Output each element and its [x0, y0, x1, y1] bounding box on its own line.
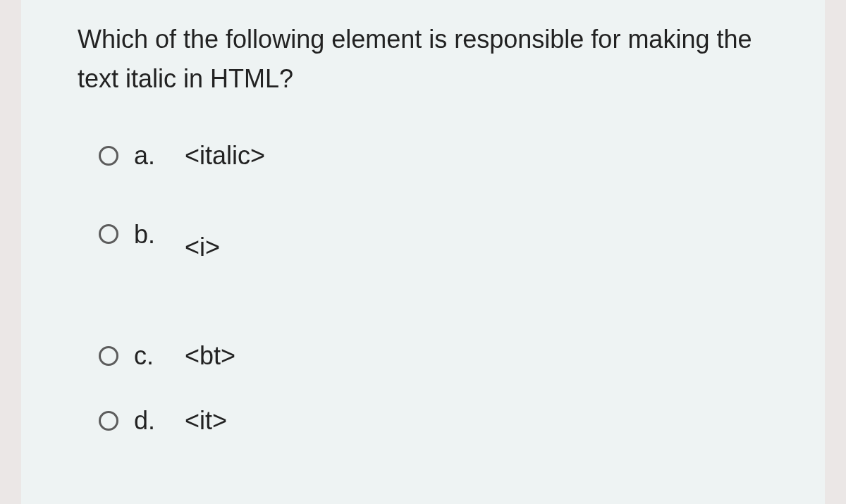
radio-icon	[99, 346, 118, 366]
question-text: Which of the following element is respon…	[78, 20, 768, 99]
option-d[interactable]: d. <it>	[99, 406, 768, 436]
radio-icon	[99, 411, 118, 431]
option-letter: c.	[134, 341, 169, 371]
option-text: <italic>	[185, 141, 265, 171]
radio-icon	[99, 146, 118, 166]
option-letter: b.	[134, 220, 169, 250]
option-c[interactable]: c. <bt>	[99, 341, 768, 371]
option-text: <it>	[185, 406, 227, 436]
option-b[interactable]: b. <i>	[99, 220, 768, 250]
option-letter: d.	[134, 406, 169, 436]
option-letter: a.	[134, 141, 169, 171]
options-list: a. <italic> b. <i> c. <bt> d. <it>	[78, 141, 768, 436]
question-card: Which of the following element is respon…	[21, 0, 825, 504]
option-text: <i>	[185, 233, 220, 262]
option-a[interactable]: a. <italic>	[99, 141, 768, 171]
option-text: <bt>	[185, 341, 235, 371]
radio-icon	[99, 224, 118, 244]
